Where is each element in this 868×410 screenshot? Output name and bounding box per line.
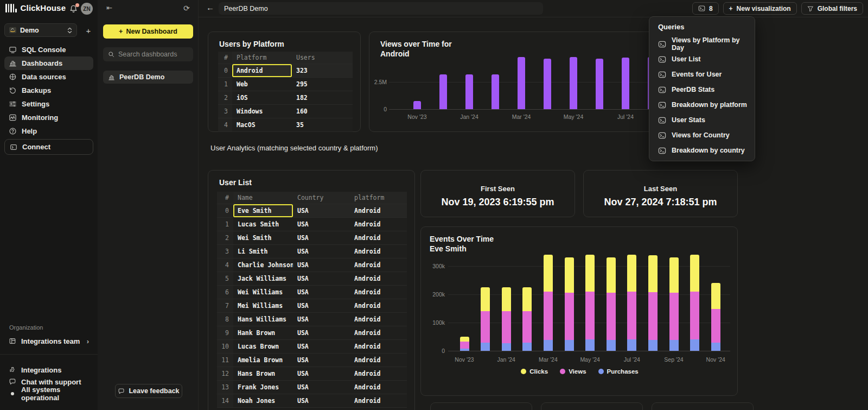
cell[interactable]: USA xyxy=(293,313,350,326)
service-select[interactable]: Demo xyxy=(4,23,77,37)
sidebar-item-monitoring[interactable]: Monitoring xyxy=(4,111,93,124)
queries-count-button[interactable]: 8 xyxy=(692,2,719,15)
sidebar-item-dashboards[interactable]: Dashboards xyxy=(4,56,93,70)
cell[interactable]: Android xyxy=(350,272,407,286)
new-dashboard-button[interactable]: + New Dashboard xyxy=(103,24,193,39)
cell[interactable]: 35 xyxy=(292,118,353,132)
cell[interactable]: Jack Williams xyxy=(233,272,293,286)
sidebar-item-integrations-team[interactable]: Integrations team › xyxy=(4,334,93,348)
cell[interactable]: Android xyxy=(350,354,407,367)
cell[interactable]: 3 xyxy=(217,245,233,258)
sidebar-item-data-sources[interactable]: Data sources xyxy=(4,70,93,84)
cell[interactable]: USA xyxy=(293,340,350,354)
table-row[interactable]: 7Mei WilliamsUSAAndroid xyxy=(217,299,407,313)
collapse-panel-icon[interactable]: ⇤ xyxy=(106,4,112,12)
cell[interactable]: Frank Jones xyxy=(233,381,293,394)
table-row[interactable]: 0Eve SmithUSAAndroid xyxy=(217,204,407,218)
legend-item[interactable]: Views xyxy=(560,368,586,375)
cell[interactable]: USA xyxy=(293,231,350,245)
selected-cell[interactable]: Android xyxy=(232,64,292,78)
query-menu-item[interactable]: PeerDB Stats xyxy=(658,82,750,97)
table-row[interactable]: 6Wei WilliamsUSAAndroid xyxy=(217,286,407,299)
cell[interactable]: 4 xyxy=(217,258,233,272)
cell[interactable]: 160 xyxy=(292,105,353,118)
cell[interactable]: Noah Jones xyxy=(233,394,293,408)
cell[interactable]: 6 xyxy=(217,286,233,299)
query-menu-item[interactable]: Views for Country xyxy=(658,128,750,143)
cell[interactable]: Android xyxy=(350,326,407,340)
cell[interactable]: 4 xyxy=(218,118,232,132)
dashboard-title-input[interactable]: PeerDB Demo xyxy=(219,2,543,15)
cell[interactable]: 9 xyxy=(217,326,233,340)
query-menu-item[interactable]: Breakdown by platform xyxy=(658,97,750,112)
search-dashboards-input[interactable]: Search dashboards xyxy=(103,47,193,61)
cell[interactable]: Android xyxy=(350,258,407,272)
query-menu-item[interactable]: Breakdown by country xyxy=(658,143,750,158)
cell[interactable]: Lucas Brown xyxy=(233,340,293,354)
cell[interactable]: Hans Brown xyxy=(233,367,293,381)
table-row[interactable]: 5Jack WilliamsUSAAndroid xyxy=(217,272,407,286)
cell[interactable]: Mei Williams xyxy=(233,299,293,313)
cell[interactable]: 11 xyxy=(217,354,233,367)
table-row[interactable]: 1Lucas SmithUSAAndroid xyxy=(217,218,407,231)
cell[interactable]: Wei Williams xyxy=(233,286,293,299)
cell[interactable]: Android xyxy=(350,218,407,231)
sidebar-item-help[interactable]: Help xyxy=(4,124,93,138)
cell[interactable]: Android xyxy=(350,381,407,394)
cell[interactable]: USA xyxy=(293,354,350,367)
cell[interactable]: 1 xyxy=(218,78,232,91)
cell[interactable]: USA xyxy=(293,204,350,218)
table-row[interactable]: 14Noah JonesUSAAndroid xyxy=(217,394,407,408)
cell[interactable]: 12 xyxy=(217,367,233,381)
leave-feedback-button[interactable]: Leave feedback xyxy=(115,384,182,398)
cell[interactable]: USA xyxy=(293,381,350,394)
sidebar-item-backups[interactable]: Backups xyxy=(4,84,93,97)
cell[interactable]: Amelia Brown xyxy=(233,354,293,367)
cell[interactable]: USA xyxy=(293,299,350,313)
query-menu-item[interactable]: User Stats xyxy=(658,112,750,128)
table-row[interactable]: 0Android323 xyxy=(218,64,353,78)
query-menu-item[interactable]: Views by Platform by Day xyxy=(658,36,750,52)
query-menu-item[interactable]: Events for User xyxy=(658,67,750,82)
cell[interactable]: Web xyxy=(232,78,292,91)
cell[interactable]: 1 xyxy=(217,218,233,231)
cell[interactable]: 323 xyxy=(292,64,353,78)
cell[interactable]: Android xyxy=(350,245,407,258)
cell[interactable]: Li Smith xyxy=(233,245,293,258)
cell[interactable]: 0 xyxy=(217,204,233,218)
selected-cell[interactable]: Eve Smith xyxy=(233,204,293,218)
cell[interactable]: USA xyxy=(293,245,350,258)
cell[interactable]: 0 xyxy=(218,64,232,78)
table-row[interactable]: 4MacOS35 xyxy=(218,118,353,132)
back-arrow-icon[interactable]: ← xyxy=(206,3,214,12)
sidebar-item-integrations[interactable]: Integrations xyxy=(4,364,93,376)
cell[interactable]: 2 xyxy=(218,91,232,105)
refresh-icon[interactable]: ⟳ xyxy=(183,4,190,12)
cell[interactable]: 8 xyxy=(217,313,233,326)
table-row[interactable]: 2iOS182 xyxy=(218,91,353,105)
cell[interactable]: 3 xyxy=(218,105,232,118)
table-row[interactable]: 13Frank JonesUSAAndroid xyxy=(217,381,407,394)
system-status[interactable]: All systems operational xyxy=(4,388,93,400)
cell[interactable]: MacOS xyxy=(232,118,292,132)
cell[interactable]: 7 xyxy=(217,299,233,313)
cell[interactable]: USA xyxy=(293,258,350,272)
table-row[interactable]: 8Hans WilliamsUSAAndroid xyxy=(217,313,407,326)
cell[interactable]: 10 xyxy=(217,340,233,354)
cell[interactable]: USA xyxy=(293,326,350,340)
legend-item[interactable]: Clicks xyxy=(521,368,548,375)
table-row[interactable]: 4Charlie JohnsonUSAAndroid xyxy=(217,258,407,272)
table-row[interactable]: 2Wei SmithUSAAndroid xyxy=(217,231,407,245)
add-service-button[interactable]: + xyxy=(83,25,94,36)
cell[interactable]: 2 xyxy=(217,231,233,245)
cell[interactable]: 5 xyxy=(217,272,233,286)
cell[interactable]: USA xyxy=(293,286,350,299)
dashboard-list-item[interactable]: PeerDB Demo xyxy=(103,71,193,84)
cell[interactable]: Android xyxy=(350,286,407,299)
cell[interactable]: Charlie Johnson xyxy=(233,258,293,272)
cell[interactable]: USA xyxy=(293,218,350,231)
query-menu-item[interactable]: User List xyxy=(658,52,750,67)
cell[interactable]: Android xyxy=(350,367,407,381)
cell[interactable]: Android xyxy=(350,299,407,313)
cell[interactable]: USA xyxy=(293,367,350,381)
